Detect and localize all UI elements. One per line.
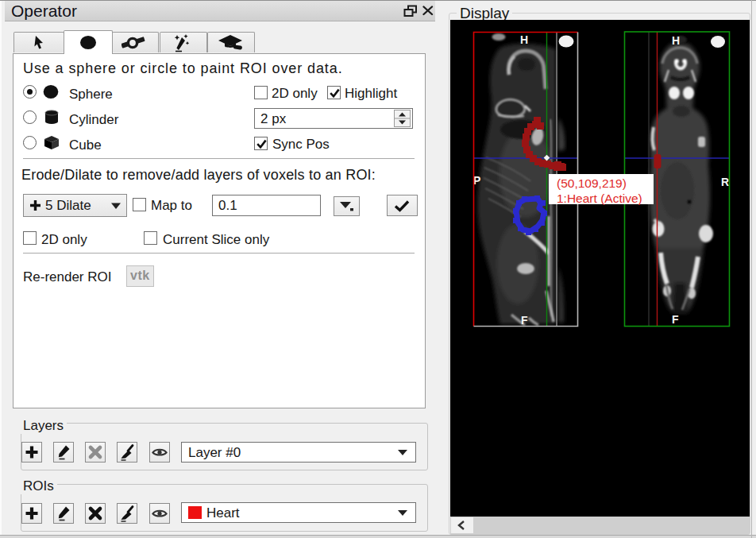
- svg-text:R: R: [721, 176, 729, 188]
- svg-text:F: F: [521, 314, 528, 327]
- svg-text:P: P: [473, 174, 480, 187]
- svg-text:F: F: [672, 313, 679, 326]
- svg-text:H: H: [672, 34, 680, 47]
- svg-text:H: H: [520, 33, 528, 46]
